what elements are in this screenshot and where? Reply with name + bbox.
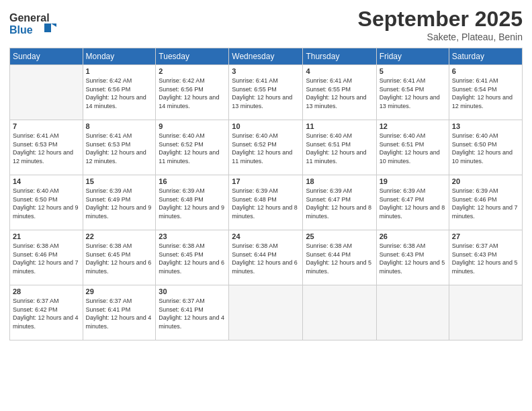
calendar-week-row: 1Sunrise: 6:42 AM Sunset: 6:56 PM Daylig…: [10, 65, 523, 120]
day-number: 18: [306, 177, 373, 185]
title-area: September 2025 Sakete, Plateau, Benin: [358, 7, 523, 42]
calendar-cell: 11Sunrise: 6:40 AM Sunset: 6:51 PM Dayli…: [303, 120, 376, 175]
calendar-cell: 7Sunrise: 6:41 AM Sunset: 6:53 PM Daylig…: [10, 120, 83, 175]
day-info: Sunrise: 6:41 AM Sunset: 6:55 PM Dayligh…: [306, 77, 373, 110]
calendar-cell: 4Sunrise: 6:41 AM Sunset: 6:55 PM Daylig…: [303, 65, 376, 120]
day-number: 14: [13, 177, 80, 185]
calendar-cell: 8Sunrise: 6:41 AM Sunset: 6:53 PM Daylig…: [83, 120, 156, 175]
day-number: 25: [306, 232, 373, 240]
day-info: Sunrise: 6:37 AM Sunset: 6:41 PM Dayligh…: [86, 297, 153, 330]
day-info: Sunrise: 6:38 AM Sunset: 6:46 PM Dayligh…: [13, 242, 80, 275]
day-number: 3: [232, 67, 300, 75]
day-info: Sunrise: 6:38 AM Sunset: 6:43 PM Dayligh…: [380, 242, 446, 275]
calendar-cell: 28Sunrise: 6:37 AM Sunset: 6:42 PM Dayli…: [10, 285, 83, 340]
calendar-cell: 12Sunrise: 6:40 AM Sunset: 6:51 PM Dayli…: [376, 120, 449, 175]
day-number: 26: [380, 232, 446, 240]
header-monday: Monday: [83, 48, 156, 65]
calendar-cell: 17Sunrise: 6:39 AM Sunset: 6:48 PM Dayli…: [229, 175, 303, 230]
day-info: Sunrise: 6:42 AM Sunset: 6:56 PM Dayligh…: [86, 77, 153, 110]
day-number: 21: [13, 232, 80, 240]
day-number: 1: [86, 67, 153, 75]
calendar-week-row: 7Sunrise: 6:41 AM Sunset: 6:53 PM Daylig…: [10, 120, 523, 175]
day-number: 27: [452, 232, 519, 240]
calendar-cell: 18Sunrise: 6:39 AM Sunset: 6:47 PM Dayli…: [303, 175, 376, 230]
day-info: Sunrise: 6:39 AM Sunset: 6:47 PM Dayligh…: [306, 187, 373, 220]
calendar-cell: 16Sunrise: 6:39 AM Sunset: 6:48 PM Dayli…: [156, 175, 229, 230]
header-sunday: Sunday: [10, 48, 83, 65]
calendar-cell: 9Sunrise: 6:40 AM Sunset: 6:52 PM Daylig…: [156, 120, 229, 175]
calendar-table: Sunday Monday Tuesday Wednesday Thursday…: [9, 48, 523, 340]
day-number: 17: [232, 177, 300, 185]
day-number: 11: [306, 122, 373, 130]
day-info: Sunrise: 6:37 AM Sunset: 6:43 PM Dayligh…: [452, 242, 519, 275]
weekday-header-row: Sunday Monday Tuesday Wednesday Thursday…: [10, 48, 523, 65]
header-wednesday: Wednesday: [229, 48, 303, 65]
calendar-week-row: 28Sunrise: 6:37 AM Sunset: 6:42 PM Dayli…: [10, 285, 523, 340]
day-number: 6: [452, 67, 519, 75]
day-info: Sunrise: 6:38 AM Sunset: 6:45 PM Dayligh…: [159, 242, 226, 275]
day-info: Sunrise: 6:41 AM Sunset: 6:54 PM Dayligh…: [452, 77, 519, 110]
day-number: 12: [380, 122, 446, 130]
day-info: Sunrise: 6:39 AM Sunset: 6:49 PM Dayligh…: [86, 187, 153, 220]
day-number: 22: [86, 232, 153, 240]
calendar-cell: 19Sunrise: 6:39 AM Sunset: 6:47 PM Dayli…: [376, 175, 449, 230]
calendar-cell: 23Sunrise: 6:38 AM Sunset: 6:45 PM Dayli…: [156, 230, 229, 285]
calendar-cell: 26Sunrise: 6:38 AM Sunset: 6:43 PM Dayli…: [376, 230, 449, 285]
header-friday: Friday: [376, 48, 449, 65]
day-number: 13: [452, 122, 519, 130]
day-number: 24: [232, 232, 300, 240]
day-info: Sunrise: 6:40 AM Sunset: 6:50 PM Dayligh…: [13, 187, 80, 220]
day-info: Sunrise: 6:39 AM Sunset: 6:48 PM Dayligh…: [232, 187, 300, 220]
svg-text:Blue: Blue: [9, 24, 33, 36]
day-info: Sunrise: 6:41 AM Sunset: 6:55 PM Dayligh…: [232, 77, 300, 110]
day-info: Sunrise: 6:38 AM Sunset: 6:44 PM Dayligh…: [306, 242, 373, 275]
day-info: Sunrise: 6:41 AM Sunset: 6:54 PM Dayligh…: [380, 77, 446, 110]
header: General Blue September 2025 Sakete, Plat…: [9, 7, 523, 42]
calendar-cell: 22Sunrise: 6:38 AM Sunset: 6:45 PM Dayli…: [83, 230, 156, 285]
calendar-cell: 5Sunrise: 6:41 AM Sunset: 6:54 PM Daylig…: [376, 65, 449, 120]
calendar-cell: [376, 285, 449, 340]
day-info: Sunrise: 6:40 AM Sunset: 6:50 PM Dayligh…: [452, 132, 519, 165]
day-info: Sunrise: 6:41 AM Sunset: 6:53 PM Dayligh…: [86, 132, 153, 165]
day-number: 19: [380, 177, 446, 185]
day-number: 7: [13, 122, 80, 130]
svg-marker-2: [44, 24, 51, 32]
calendar-cell: 20Sunrise: 6:39 AM Sunset: 6:46 PM Dayli…: [449, 175, 522, 230]
day-info: Sunrise: 6:38 AM Sunset: 6:44 PM Dayligh…: [232, 242, 300, 275]
calendar-cell: 21Sunrise: 6:38 AM Sunset: 6:46 PM Dayli…: [10, 230, 83, 285]
month-title: September 2025: [358, 7, 523, 32]
subtitle: Sakete, Plateau, Benin: [358, 32, 523, 42]
day-number: 30: [159, 287, 226, 295]
day-info: Sunrise: 6:41 AM Sunset: 6:53 PM Dayligh…: [13, 132, 80, 165]
calendar-week-row: 14Sunrise: 6:40 AM Sunset: 6:50 PM Dayli…: [10, 175, 523, 230]
day-number: 20: [452, 177, 519, 185]
day-number: 8: [86, 122, 153, 130]
logo-icon: General Blue: [9, 7, 56, 40]
header-thursday: Thursday: [303, 48, 376, 65]
day-number: 23: [159, 232, 226, 240]
day-info: Sunrise: 6:40 AM Sunset: 6:51 PM Dayligh…: [306, 132, 373, 165]
day-number: 15: [86, 177, 153, 185]
calendar-cell: 27Sunrise: 6:37 AM Sunset: 6:43 PM Dayli…: [449, 230, 522, 285]
calendar-week-row: 21Sunrise: 6:38 AM Sunset: 6:46 PM Dayli…: [10, 230, 523, 285]
day-info: Sunrise: 6:39 AM Sunset: 6:46 PM Dayligh…: [452, 187, 519, 220]
logo: General Blue: [9, 7, 56, 40]
calendar-cell: 3Sunrise: 6:41 AM Sunset: 6:55 PM Daylig…: [229, 65, 303, 120]
calendar-cell: [303, 285, 376, 340]
day-info: Sunrise: 6:39 AM Sunset: 6:47 PM Dayligh…: [380, 187, 446, 220]
calendar-cell: 14Sunrise: 6:40 AM Sunset: 6:50 PM Dayli…: [10, 175, 83, 230]
day-info: Sunrise: 6:38 AM Sunset: 6:45 PM Dayligh…: [86, 242, 153, 275]
calendar-cell: 10Sunrise: 6:40 AM Sunset: 6:52 PM Dayli…: [229, 120, 303, 175]
day-number: 5: [380, 67, 446, 75]
calendar-cell: 15Sunrise: 6:39 AM Sunset: 6:49 PM Dayli…: [83, 175, 156, 230]
day-info: Sunrise: 6:40 AM Sunset: 6:51 PM Dayligh…: [380, 132, 446, 165]
header-saturday: Saturday: [449, 48, 522, 65]
calendar-cell: [449, 285, 522, 340]
day-info: Sunrise: 6:37 AM Sunset: 6:41 PM Dayligh…: [159, 297, 226, 330]
day-number: 10: [232, 122, 300, 130]
header-tuesday: Tuesday: [156, 48, 229, 65]
svg-marker-3: [51, 24, 56, 27]
day-number: 16: [159, 177, 226, 185]
day-number: 2: [159, 67, 226, 75]
calendar-cell: [229, 285, 303, 340]
